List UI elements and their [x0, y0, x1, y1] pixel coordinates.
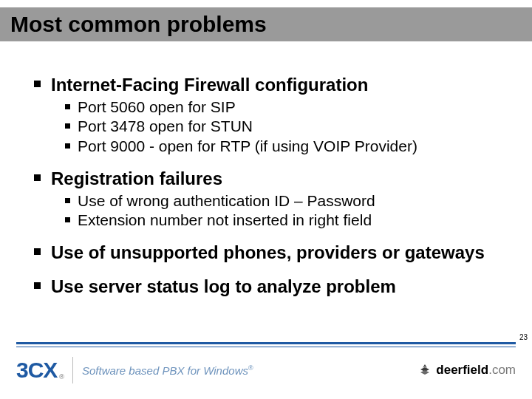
page-number: 23 [519, 333, 528, 341]
bullet-item: Use of unsupported phones, providers or … [34, 242, 499, 264]
vertical-divider [72, 357, 73, 383]
logo-3cx: 3CX ® [16, 358, 64, 383]
sub-bullet-text: Port 9000 - open for RTP (if using VOIP … [78, 137, 417, 156]
sub-bullet-text: Port 3478 open for STUN [78, 117, 253, 136]
sub-bullet-item: Port 3478 open for STUN [65, 117, 499, 136]
footer-right: deerfield.com [418, 363, 516, 378]
sub-bullet-text: Port 5060 open for SIP [78, 98, 236, 117]
bullet-item: Internet-Facing Firewall configuration [34, 74, 499, 96]
partner-logo-text: deerfield.com [436, 363, 516, 378]
bullet-item: Registration failures [34, 168, 499, 190]
sub-bullet-item: Extension number not inserted in right f… [65, 211, 499, 230]
tagline: Software based PBX for Windows® [82, 364, 253, 377]
footer: 3CX ® Software based PBX for Windows® de… [16, 350, 516, 390]
logo-text: 3CX [16, 358, 57, 383]
sub-bullet-item: Port 9000 - open for RTP (if using VOIP … [65, 137, 499, 156]
divider-thin [16, 347, 516, 347]
sub-bullet-item: Use of wrong authentication ID – Passwor… [65, 191, 499, 211]
slide-title: Most common problems [10, 12, 267, 37]
square-bullet-icon [34, 174, 41, 181]
divider-thick [16, 342, 516, 344]
sub-list: Use of wrong authentication ID – Passwor… [65, 191, 499, 231]
registered-mark: ® [248, 364, 253, 372]
square-bullet-icon [65, 123, 70, 129]
square-bullet-icon [65, 198, 70, 203]
square-bullet-icon [65, 104, 70, 109]
sub-bullet-text: Use of wrong authentication ID – Passwor… [78, 191, 375, 211]
partner-suffix: .com [488, 363, 516, 378]
footer-left: 3CX ® Software based PBX for Windows® [16, 357, 253, 383]
bullet-text: Use server status log to analyze problem [51, 276, 396, 298]
registered-mark: ® [59, 373, 64, 381]
sub-bullet-item: Port 5060 open for SIP [65, 98, 499, 117]
partner-name: deerfield [436, 363, 488, 378]
square-bullet-icon [34, 282, 41, 289]
slide-content: Internet-Facing Firewall configuration P… [34, 62, 499, 298]
square-bullet-icon [34, 81, 41, 87]
sub-list: Port 5060 open for SIP Port 3478 open fo… [65, 98, 499, 156]
slide: Most common problems Internet-Facing Fir… [0, 0, 532, 399]
bullet-text: Internet-Facing Firewall configuration [51, 74, 368, 96]
square-bullet-icon [34, 248, 41, 255]
square-bullet-icon [65, 143, 70, 149]
title-bar: Most common problems [0, 7, 532, 41]
bullet-item: Use server status log to analyze problem [34, 276, 499, 298]
bullet-text: Use of unsupported phones, providers or … [51, 242, 485, 264]
square-bullet-icon [65, 217, 70, 222]
deerfield-icon [418, 364, 432, 377]
tagline-text: Software based PBX for Windows [82, 364, 248, 377]
sub-bullet-text: Extension number not inserted in right f… [78, 211, 372, 230]
bullet-text: Registration failures [51, 168, 222, 190]
